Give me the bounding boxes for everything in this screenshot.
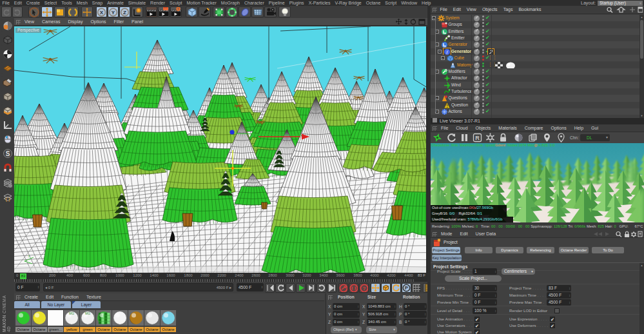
svg-text:MG: MG — [85, 311, 90, 315]
svg-text:?: ? — [363, 286, 366, 291]
svg-text:Y: Y — [112, 9, 115, 15]
svg-text:MG: MG — [69, 311, 74, 315]
svg-text:P: P — [405, 285, 408, 291]
svg-text:X: X — [100, 9, 104, 15]
svg-text:Z: Z — [123, 9, 126, 15]
svg-text:S: S — [5, 150, 10, 157]
svg-text:!: ! — [446, 103, 447, 108]
svg-text:( ): ( ) — [5, 196, 10, 202]
svg-text:R: R — [475, 135, 480, 141]
